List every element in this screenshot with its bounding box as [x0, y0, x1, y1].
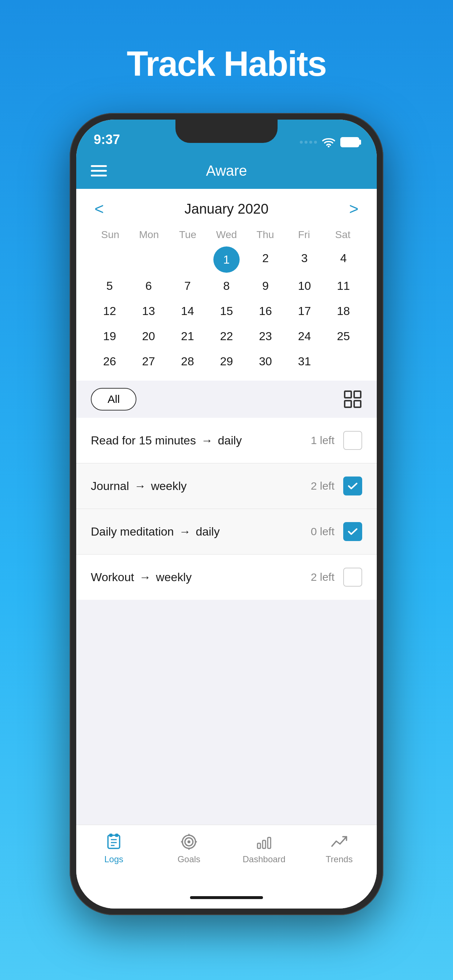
weekday-tue: Tue: [169, 229, 207, 240]
weekday-mon: Mon: [129, 229, 168, 240]
calendar-day[interactable]: 22: [208, 325, 246, 348]
calendar-day[interactable]: 18: [325, 299, 362, 323]
habit-count: 0 left: [311, 525, 335, 538]
calendar-month-year: January 2020: [185, 201, 268, 217]
home-bar: [190, 896, 263, 899]
calendar-day[interactable]: 5: [91, 274, 128, 298]
habit-list: Read for 15 minutes → daily1 leftJournal…: [76, 418, 377, 825]
calendar-prev-button[interactable]: <: [91, 200, 108, 218]
calendar-day[interactable]: 7: [169, 274, 206, 298]
tab-trends-icon: [330, 832, 349, 851]
tab-trends[interactable]: Trends: [301, 832, 377, 864]
calendar-days: 1234567891011121314151617181920212223242…: [91, 247, 362, 373]
calendar-day[interactable]: [91, 247, 128, 273]
habit-item-left: Journal → weekly: [91, 479, 311, 493]
calendar-day[interactable]: 2: [247, 247, 284, 273]
signal-icon: [300, 141, 317, 144]
calendar-day[interactable]: 23: [247, 325, 284, 348]
app-header: Aware: [76, 153, 377, 189]
tab-logs[interactable]: Logs: [76, 832, 152, 864]
calendar-day[interactable]: 30: [247, 350, 284, 373]
wifi-icon: [322, 137, 335, 147]
calendar-day[interactable]: 13: [130, 299, 167, 323]
habit-arrow-icon: →: [179, 525, 191, 538]
habit-checkbox[interactable]: [343, 431, 362, 450]
habit-checkbox[interactable]: [343, 477, 362, 495]
habit-item[interactable]: Daily meditation → daily0 left: [76, 509, 377, 555]
calendar-day[interactable]: 28: [169, 350, 206, 373]
habit-name: Journal: [91, 479, 129, 493]
calendar-day[interactable]: 15: [208, 299, 246, 323]
tab-goals[interactable]: Goals: [152, 832, 226, 864]
calendar-day[interactable]: 12: [91, 299, 128, 323]
calendar-day[interactable]: 14: [169, 299, 206, 323]
habit-count: 1 left: [311, 434, 335, 447]
habit-item-right: 0 left: [311, 522, 362, 541]
calendar-next-button[interactable]: >: [345, 200, 362, 218]
tab-goals-label: Goals: [178, 854, 201, 864]
calendar-day[interactable]: [130, 247, 167, 273]
status-icons: [300, 137, 359, 147]
calendar-day[interactable]: 10: [286, 274, 323, 298]
battery-icon: [340, 137, 359, 147]
hamburger-menu-icon[interactable]: [91, 165, 107, 177]
calendar-day[interactable]: 6: [130, 274, 167, 298]
svg-rect-3: [345, 401, 351, 407]
calendar-day[interactable]: 1: [214, 247, 239, 273]
calendar-day[interactable]: 24: [286, 325, 323, 348]
calendar-day[interactable]: 26: [91, 350, 128, 373]
svg-rect-5: [108, 835, 120, 848]
habit-checkbox[interactable]: [343, 568, 362, 587]
calendar-day[interactable]: 29: [208, 350, 246, 373]
habit-item-left: Read for 15 minutes → daily: [91, 434, 311, 447]
tab-logs-label: Logs: [104, 854, 123, 864]
habit-checkbox[interactable]: [343, 522, 362, 541]
filter-section: All: [76, 380, 377, 418]
calendar-day[interactable]: 17: [286, 299, 323, 323]
phone-notch: [175, 119, 278, 143]
calendar-day[interactable]: 8: [208, 274, 246, 298]
tab-dashboard[interactable]: Dashboard: [226, 832, 301, 864]
habit-frequency: daily: [196, 525, 220, 538]
svg-rect-4: [354, 401, 361, 407]
app-name: Aware: [206, 162, 247, 179]
calendar-day[interactable]: 27: [130, 350, 167, 373]
calendar-day[interactable]: 9: [247, 274, 284, 298]
calendar-day[interactable]: [169, 247, 206, 273]
habit-item-left: Daily meditation → daily: [91, 525, 311, 538]
tab-logs-icon: [104, 832, 123, 851]
habit-item[interactable]: Workout → weekly2 left: [76, 555, 377, 600]
svg-point-0: [328, 146, 330, 148]
svg-rect-19: [263, 840, 266, 848]
calendar-day[interactable]: 21: [169, 325, 206, 348]
weekday-sat: Sat: [324, 229, 362, 240]
calendar-weekdays: Sun Mon Tue Wed Thu Fri Sat: [91, 229, 362, 240]
expand-icon[interactable]: [343, 390, 362, 409]
phone-screen: 9:37: [76, 119, 377, 908]
calendar-day[interactable]: 11: [325, 274, 362, 298]
habit-item[interactable]: Journal → weekly2 left: [76, 463, 377, 509]
habit-name: Read for 15 minutes: [91, 434, 196, 447]
svg-rect-1: [345, 391, 351, 398]
calendar-day[interactable]: 4: [325, 247, 362, 273]
calendar-day[interactable]: 16: [247, 299, 284, 323]
calendar: < January 2020 > Sun Mon Tue Wed Thu Fri…: [76, 189, 377, 380]
calendar-day[interactable]: 3: [286, 247, 323, 273]
svg-rect-10: [115, 834, 118, 837]
habit-frequency: daily: [218, 434, 242, 447]
calendar-day[interactable]: 25: [325, 325, 362, 348]
calendar-day[interactable]: [325, 350, 362, 373]
habit-count: 2 left: [311, 480, 335, 492]
tab-goals-icon: [179, 832, 198, 851]
tab-bar: Logs Goals Dashboard Trends: [76, 825, 377, 887]
weekday-thu: Thu: [246, 229, 284, 240]
filter-all-button[interactable]: All: [91, 388, 136, 410]
habit-item[interactable]: Read for 15 minutes → daily1 left: [76, 418, 377, 463]
tab-dashboard-label: Dashboard: [242, 854, 285, 864]
habit-item-left: Workout → weekly: [91, 571, 311, 584]
calendar-day[interactable]: 19: [91, 325, 128, 348]
calendar-day[interactable]: 20: [130, 325, 167, 348]
calendar-day[interactable]: 31: [286, 350, 323, 373]
habit-arrow-icon: →: [139, 571, 151, 584]
habit-name: Workout: [91, 571, 134, 584]
